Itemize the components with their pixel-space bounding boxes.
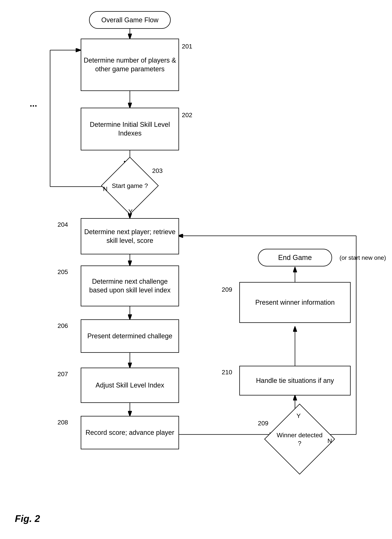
box-204-label: Determine next player; retrieve skill le… (83, 228, 177, 245)
box-210: Handle tie situations if any (239, 366, 351, 395)
ref-202: 202 (182, 111, 192, 119)
diagram: Overall Game Flow Determine number of pl… (0, 0, 392, 539)
box-206: Present determined challege (81, 319, 179, 353)
box-205: Determine next challenge based upon skil… (81, 265, 179, 306)
start-oval-label: Overall Game Flow (101, 16, 158, 24)
ref-211: 209 (222, 286, 232, 293)
box-204: Determine next player; retrieve skill le… (81, 218, 179, 254)
box-211: Present winner information (239, 282, 351, 323)
ref-210: 210 (222, 369, 232, 376)
box-201: Determine number of players & other game… (81, 39, 179, 91)
box-208: Record score; advance player (81, 416, 179, 449)
start-oval: Overall Game Flow (89, 11, 171, 29)
ref-206: 206 (57, 322, 68, 329)
figure-label: Fig. 2 (15, 513, 40, 524)
ref-209: 209 (258, 420, 269, 427)
box-202: Determine Initial Skill Level Indexes (81, 108, 179, 150)
box-201-label: Determine number of players & other game… (83, 56, 177, 73)
ref-205: 205 (57, 268, 68, 275)
n-label-209: N (327, 437, 332, 444)
y-label-209: Y (297, 412, 301, 419)
diamond-203-label: Start game ? (112, 182, 148, 190)
ref-203: 203 (152, 167, 163, 174)
end-game-label: End Game (278, 254, 312, 262)
box-211-label: Present winner information (255, 298, 335, 307)
box-207: Adjust Skill Level Index (81, 368, 179, 403)
ref-207: 207 (57, 371, 68, 378)
y-label-203: Y (128, 208, 133, 215)
ref-204: 204 (57, 221, 68, 228)
box-210-label: Handle tie situations if any (256, 376, 334, 385)
ref-208: 208 (57, 419, 68, 426)
diamond-209: Winner detected ? (274, 414, 325, 464)
box-205-label: Determine next challenge based upon skil… (83, 277, 177, 295)
box-202-label: Determine Initial Skill Level Indexes (83, 120, 177, 138)
end-game-oval: End Game (258, 249, 332, 266)
diamond-209-label: Winner detected ? (274, 431, 325, 447)
box-206-label: Present determined challege (87, 332, 172, 341)
box-207-label: Adjust Skill Level Index (95, 381, 164, 390)
ref-201: 201 (182, 43, 192, 50)
diamond-203: Start game ? (109, 165, 150, 206)
n-label-203: N (103, 185, 108, 192)
end-sub-label: (or start new one) (340, 254, 386, 261)
dots-left-1: ... (30, 98, 37, 109)
box-208-label: Record score; advance player (85, 428, 174, 437)
